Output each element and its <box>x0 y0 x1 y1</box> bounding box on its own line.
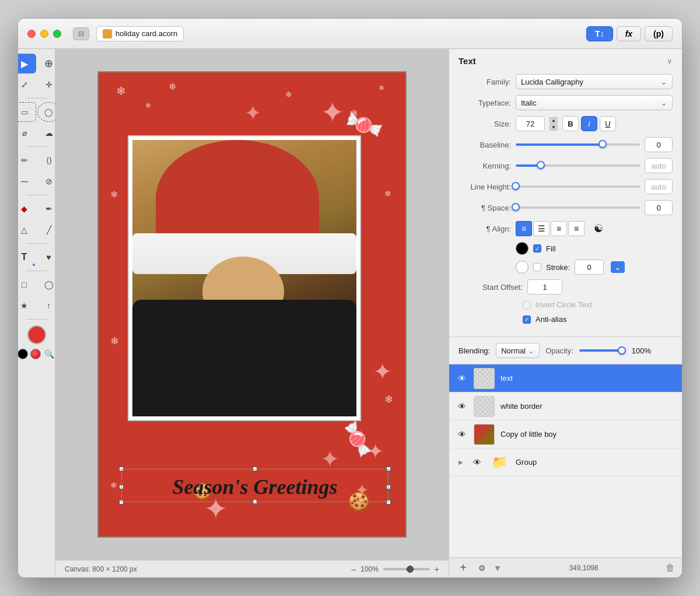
fx-tool-button[interactable]: fx <box>617 26 641 41</box>
fill-tool[interactable]: △ <box>18 220 36 240</box>
pencil-tool[interactable]: ✏ <box>18 150 36 170</box>
sidebar-toggle-button[interactable]: ⊟ <box>73 27 89 40</box>
layer-visibility-icon-group[interactable]: 👁 <box>471 457 483 468</box>
space-thumb[interactable] <box>512 203 520 211</box>
size-down-button[interactable]: ▼ <box>550 124 558 131</box>
blending-label: Blending: <box>459 346 490 355</box>
baseline-slider[interactable] <box>516 143 640 146</box>
foreground-color[interactable] <box>27 325 46 344</box>
layer-options-arrow-icon[interactable]: ▼ <box>494 563 502 573</box>
star-tool[interactable]: ★ <box>18 296 36 315</box>
family-select[interactable]: Lucida Calligraphy ⌄ <box>516 74 673 89</box>
layer-item-photo[interactable]: 👁 Copy of little boy <box>449 420 682 448</box>
tool-row-4: ⌀ ☁ <box>18 123 61 143</box>
close-button[interactable] <box>27 30 36 38</box>
lasso-tool[interactable]: ⌀ <box>18 123 36 143</box>
rect-tool[interactable]: □ <box>18 275 36 295</box>
blending-select[interactable]: Normal ⌄ <box>496 343 540 358</box>
black-white-icon[interactable] <box>18 349 28 359</box>
typeface-select[interactable]: Italic ⌄ <box>516 95 673 110</box>
layer-visibility-icon-white-border[interactable]: 👁 <box>456 401 468 412</box>
canvas[interactable]: ❄ ❄ ❄ ❄ ❄ ❄ ❄ ❄ ❄ ❄ ❄ ✦ ✦ <box>97 71 407 538</box>
left-toolbar: ▶ ⊕ ⤢ ✛ ▭ ◯ ⌀ ☁ ✏ ⟨⟩ <box>18 49 55 577</box>
crop-tool[interactable]: ⤢ <box>18 75 36 94</box>
anti-alias-checkbox[interactable]: ✓ <box>523 315 531 324</box>
divider-2 <box>26 146 47 147</box>
opacity-slider[interactable] <box>579 349 626 352</box>
zoom-slider-thumb[interactable] <box>407 566 414 573</box>
typeface-value: Italic <box>521 99 537 107</box>
path-text-icon[interactable]: ☯ <box>594 222 603 235</box>
space-slider[interactable] <box>516 206 640 209</box>
invert-circle-checkbox[interactable] <box>523 301 531 309</box>
maximize-button[interactable] <box>53 30 61 38</box>
title-tools: T↕ fx (p) <box>586 26 673 41</box>
layer-item-white-border[interactable]: 👁 white border <box>449 392 682 420</box>
anti-alias-label: Anti-alias <box>536 315 566 324</box>
kerning-input[interactable]: auto <box>645 158 673 173</box>
center-anchor[interactable] <box>253 499 257 504</box>
canvas-wrapper: ❄ ❄ ❄ ❄ ❄ ❄ ❄ ❄ ❄ ❄ ❄ ✦ ✦ <box>97 71 407 538</box>
layer-item-text[interactable]: 👁 text <box>449 364 682 392</box>
align-left-button[interactable]: ≡ <box>516 221 532 236</box>
zoom-out-icon[interactable]: – <box>351 565 356 574</box>
align-justify-button[interactable]: ≡ <box>568 221 584 236</box>
layer-name-group: Group <box>516 458 675 467</box>
size-stepper[interactable]: ▲ ▼ <box>550 117 558 131</box>
line-height-thumb[interactable] <box>512 182 520 190</box>
delete-layer-button[interactable]: 🗑 <box>666 563 675 573</box>
line-height-slider[interactable] <box>516 185 640 188</box>
stroke-color-swatch[interactable] <box>516 261 528 274</box>
baseline-input[interactable]: 0 <box>645 137 673 152</box>
record-small-icon[interactable] <box>30 349 41 359</box>
tool-row-10: □ ◯ <box>18 275 61 295</box>
rect-select-tool[interactable]: ▭ <box>18 102 36 122</box>
italic-button[interactable]: I <box>581 116 597 131</box>
main-window: ⊟ holiday card.acorn T↕ fx (p) ▶ ⊕ ⤢ ✛ <box>18 18 682 578</box>
space-input[interactable]: 0 <box>645 200 673 215</box>
layer-visibility-icon-text[interactable]: 👁 <box>456 373 468 384</box>
line-height-input[interactable]: auto <box>645 179 673 194</box>
brush-tool[interactable]: ⁓ <box>18 171 36 191</box>
zoom-slider[interactable] <box>383 568 430 570</box>
stroke-checkbox[interactable] <box>533 263 541 271</box>
layer-item-group[interactable]: ▶ 👁 📁 Group <box>449 448 682 476</box>
add-layer-button[interactable]: + <box>456 561 470 575</box>
select-tool[interactable]: ▶ <box>18 54 36 73</box>
bold-button[interactable]: B <box>562 116 579 131</box>
p-tool-button[interactable]: (p) <box>645 26 673 41</box>
align-right-button[interactable]: ≡ <box>551 221 567 236</box>
photo-frame <box>128 135 361 421</box>
minimize-button[interactable] <box>40 30 48 38</box>
fill-color-swatch[interactable] <box>516 242 528 255</box>
zoom-magnify-icon[interactable]: 🔍 <box>43 348 56 360</box>
stroke-input[interactable]: 0 <box>575 260 604 275</box>
size-up-button[interactable]: ▲ <box>550 117 558 124</box>
size-label: Size: <box>459 120 511 128</box>
fill-checkbox[interactable]: ✓ <box>533 244 541 253</box>
kerning-slider[interactable] <box>516 164 640 167</box>
snowflake-4: ❄ <box>285 90 292 99</box>
underline-button[interactable]: U <box>600 116 616 131</box>
layer-thumb-photo-preview <box>474 425 494 444</box>
start-offset-input[interactable]: 1 <box>527 279 562 295</box>
fill-row: ✓ Fill <box>459 242 673 255</box>
typeface-label: Typeface: <box>459 99 511 107</box>
layer-visibility-icon-photo[interactable]: 👁 <box>456 429 468 440</box>
text-tool[interactable]: T <box>18 247 36 267</box>
size-input[interactable]: 72 <box>516 116 545 131</box>
zoom-in-icon[interactable]: + <box>435 565 439 574</box>
canvas-scroll[interactable]: ❄ ❄ ❄ ❄ ❄ ❄ ❄ ❄ ❄ ❄ ❄ ✦ ✦ <box>55 49 449 560</box>
kerning-thumb[interactable] <box>537 161 545 169</box>
file-tab[interactable]: holiday card.acorn <box>96 26 184 41</box>
stroke-dropdown-button[interactable]: ⌄ <box>611 261 625 273</box>
layer-name-photo: Copy of little boy <box>501 430 675 439</box>
layer-settings-icon[interactable]: ⚙ <box>475 561 489 575</box>
group-expand-icon[interactable]: ▶ <box>456 458 466 467</box>
text-tool-button[interactable]: T↕ <box>586 26 613 41</box>
collapse-chevron-icon[interactable]: ∨ <box>667 57 673 65</box>
align-center-button[interactable]: ☰ <box>533 221 550 236</box>
eyedropper-tool[interactable]: ◆ <box>18 199 36 219</box>
baseline-thumb[interactable] <box>598 140 607 148</box>
opacity-thumb[interactable] <box>618 346 626 355</box>
